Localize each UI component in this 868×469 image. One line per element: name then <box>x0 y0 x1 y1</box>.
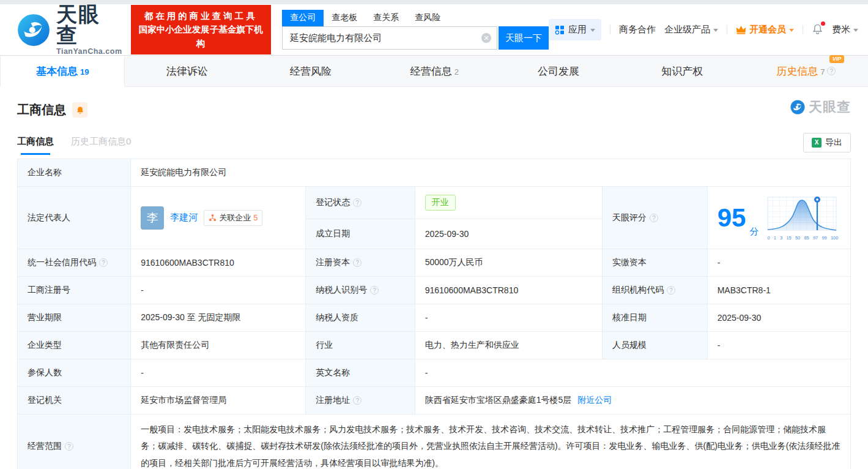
bell-icon <box>76 106 84 114</box>
business-scope-label: 经营范围? <box>18 415 131 469</box>
table-row: 统一社会信用代码? 91610600MAB3CTR810 注册资本? 50000… <box>18 249 851 277</box>
table-row: 登记机关 延安市市场监督管理局 注册地址? 陕西省延安市宝塔区鼎盛豪庭1号楼5层… <box>18 387 851 415</box>
business-term-value: 2025-09-30 至 无固定期限 <box>131 304 306 332</box>
tab-legal[interactable]: 法律诉讼 <box>125 56 248 86</box>
table-row: 企业类型 其他有限责任公司 行业 电力、热力生产和供应业 人员规模 - <box>18 332 851 359</box>
business-info-table: 企业名称 延安皖能电力有限公司 法定代表人 李 李建河 关联企业 5 登记状态? <box>17 159 851 469</box>
search-button[interactable]: 天眼一下 <box>499 26 549 50</box>
taxpayer-id-label: 纳税人识别号? <box>306 277 415 304</box>
company-type-label: 企业类型 <box>18 332 131 359</box>
staff-size-value: - <box>707 332 850 359</box>
nav-open-vip[interactable]: 开通会员 <box>736 24 794 36</box>
help-icon[interactable]: ? <box>353 258 362 267</box>
company-name-value: 延安皖能电力有限公司 <box>131 159 851 187</box>
industry-label: 行业 <box>306 332 415 359</box>
nearby-companies-link[interactable]: 附近公司 <box>577 395 612 405</box>
establish-date-value: 2025-09-30 <box>415 219 602 249</box>
clear-icon[interactable]: ✕ <box>481 33 491 43</box>
legal-rep-link[interactable]: 李建河 <box>170 212 198 223</box>
search-tabs: 查公司 查老板 查关系 查风险 <box>282 10 549 26</box>
avatar[interactable]: 李 <box>141 206 164 230</box>
paid-capital-value: - <box>707 249 850 277</box>
staff-size-label: 人员规模 <box>603 332 708 359</box>
credit-code-value: 91610600MAB3CTR810 <box>131 249 306 277</box>
help-icon[interactable]: ? <box>353 198 362 207</box>
table-row: 经营范围? 一般项目：发电技术服务；太阳能发电技术服务；风力发电技术服务；技术服… <box>18 415 851 469</box>
score-distribution-chart: 01 315 5085 9799 100 <box>766 195 839 241</box>
reg-capital-label: 注册资本? <box>306 249 415 277</box>
help-icon[interactable]: ? <box>650 214 658 222</box>
monitor-bell-button[interactable] <box>72 102 87 118</box>
chevron-down-icon <box>713 29 718 32</box>
score-value: 95 <box>718 205 746 231</box>
table-row: 工商注册号 - 纳税人识别号? 91610600MAB3CTR810 组织机构代… <box>18 277 851 304</box>
help-icon[interactable]: ? <box>353 396 362 405</box>
reg-status-label: 登记状态? <box>306 187 415 219</box>
table-row: 营业期限 2025-09-30 至 无固定期限 纳税人资质 - 核准日期 202… <box>18 304 851 332</box>
related-companies-button[interactable]: 关联企业 5 <box>204 210 262 226</box>
taxpayer-id-value: 91610600MAB3CTR810 <box>415 277 602 304</box>
help-icon[interactable]: ? <box>65 442 73 451</box>
score-label: 天眼评分? <box>603 187 708 249</box>
legal-rep-label: 法定代表人 <box>18 187 131 249</box>
reg-address-value: 陕西省延安市宝塔区鼎盛豪庭1号楼5层 附近公司 <box>415 387 850 415</box>
tab-basic-info[interactable]: 基本信息19 <box>0 56 125 87</box>
reg-number-label: 工商注册号 <box>18 277 131 304</box>
nav-divider <box>803 25 803 34</box>
english-name-label: 英文名称 <box>306 359 415 387</box>
reg-status-value: 开业 <box>415 187 602 219</box>
chart-x-axis: 01 315 5085 9799 100 <box>767 235 838 241</box>
nav-divider <box>727 25 727 34</box>
legal-rep-cell: 李 李建河 关联企业 5 <box>131 187 306 249</box>
help-icon[interactable]: ? <box>667 286 675 295</box>
search-input[interactable] <box>282 26 497 50</box>
crown-icon <box>736 25 746 34</box>
search-tab-risk[interactable]: 查风险 <box>407 10 448 26</box>
taxpayer-quality-value: - <box>415 304 602 332</box>
notifications-bell[interactable] <box>812 23 823 37</box>
help-icon[interactable]: ? <box>827 67 836 75</box>
table-row: 参保人数 - 英文名称 - <box>18 359 851 387</box>
nav-cooperation[interactable]: 商务合作 <box>619 24 656 36</box>
nav-enterprise-products[interactable]: 企业级产品 <box>664 24 718 36</box>
status-badge: 开业 <box>425 195 456 211</box>
logo-swirl-icon <box>17 13 50 47</box>
tianyancha-logo[interactable]: 天眼查 TianYanCha.com <box>17 4 122 56</box>
search-tab-company[interactable]: 查公司 <box>282 10 324 26</box>
chevron-down-icon <box>590 29 595 32</box>
tab-intellectual-property[interactable]: 知识产权 <box>620 56 744 86</box>
reg-capital-value: 50000万人民币 <box>415 249 602 277</box>
notification-dot <box>821 21 825 26</box>
english-name-value: - <box>415 359 850 387</box>
chevron-down-icon <box>853 29 858 32</box>
score-cell: 95 分 <box>707 187 850 249</box>
search-block: 查公司 查老板 查关系 查风险 ✕ 天眼一下 <box>282 10 549 50</box>
excel-icon: X <box>812 138 822 148</box>
help-icon[interactable]: ? <box>99 258 108 267</box>
org-network-icon <box>209 214 217 222</box>
org-code-label: 组织机构代码? <box>603 277 708 304</box>
subtab-business-info[interactable]: 工商信息 <box>17 136 54 155</box>
apps-grid-icon <box>555 25 565 35</box>
approval-date-label: 核准日期 <box>603 304 708 332</box>
tab-history-info[interactable]: 历史信息 7 ? VIP <box>744 56 868 86</box>
chevron-down-icon <box>789 29 794 32</box>
brand-domain: TianYanCha.com <box>56 48 122 56</box>
tab-operating-risk[interactable]: 经营风险 <box>249 56 373 86</box>
credit-code-label: 统一社会信用代码? <box>18 249 131 277</box>
reg-authority-label: 登记机关 <box>18 387 131 415</box>
brand-slogan: 都在用的商业查询工具 国家中小企业发展子基金旗下机构 <box>131 5 272 54</box>
tab-company-development[interactable]: 公司发展 <box>497 56 620 86</box>
search-tab-boss[interactable]: 查老板 <box>324 10 365 26</box>
business-scope-value: 一般项目：发电技术服务；太阳能发电技术服务；风力发电技术服务；技术服务、技术开发… <box>131 415 851 469</box>
vip-badge: VIP <box>829 55 845 63</box>
export-button[interactable]: X 导出 <box>803 133 851 152</box>
search-tab-relation[interactable]: 查关系 <box>365 10 407 26</box>
tab-business-info[interactable]: 经营信息2 <box>373 56 496 86</box>
subtab-history-business-info[interactable]: 历史工商信息0 <box>71 136 131 155</box>
help-icon[interactable]: ? <box>370 286 379 295</box>
apps-menu[interactable]: 应用 <box>549 19 601 40</box>
company-tabbar: 基本信息19 法律诉讼 经营风险 经营信息2 公司发展 知识产权 历史信息 7 … <box>0 55 868 87</box>
reg-authority-value: 延安市市场监督管理局 <box>131 387 306 415</box>
user-menu[interactable]: 费米 <box>832 24 858 36</box>
